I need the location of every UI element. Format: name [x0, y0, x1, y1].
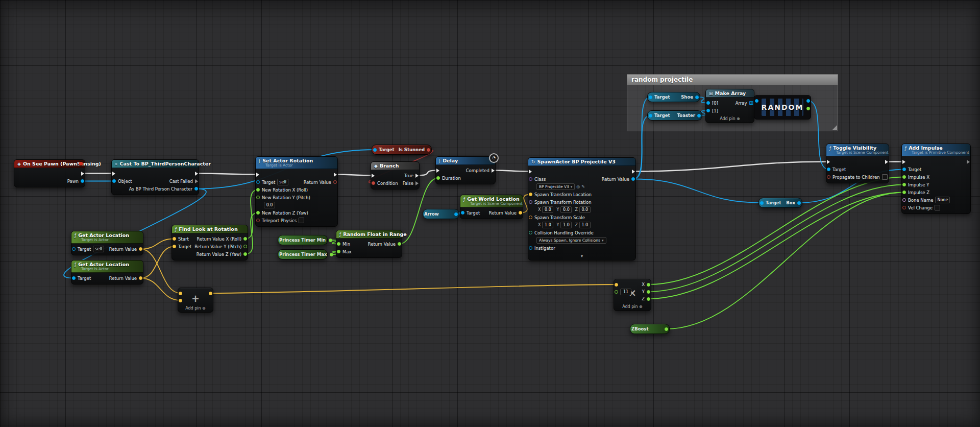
- picker-icon[interactable]: ✎: [581, 184, 585, 189]
- add-impulse-node[interactable]: ƒAdd ImpulseTarget is Primitive Componen…: [901, 144, 971, 214]
- pin-true-out[interactable]: [415, 174, 419, 178]
- pin-new-rotation-x-roll-in[interactable]: [256, 188, 260, 192]
- pin-exec-out[interactable]: [195, 172, 198, 176]
- pin-spawn-transform-rotation-in[interactable]: [529, 200, 532, 204]
- pin-shoe-out[interactable]: [695, 96, 699, 99]
- pin-exec-in[interactable]: [827, 160, 830, 164]
- pin-toaster-out[interactable]: [697, 114, 701, 117]
- pin-target-in[interactable]: [649, 96, 652, 99]
- get-world-location-node[interactable]: ƒGet World LocationTarget is Scene Compo…: [460, 195, 523, 219]
- pin-false-out[interactable]: [415, 181, 419, 185]
- pin-teleport-physics-in[interactable]: [256, 219, 260, 222]
- toaster-var-node[interactable]: TargetToaster: [647, 110, 702, 121]
- pin-target-in[interactable]: [173, 245, 176, 248]
- add-pin-button[interactable]: ▾: [528, 254, 635, 260]
- pin-exec-in[interactable]: [436, 169, 439, 173]
- random-macro-node[interactable]: RANDOM: [754, 95, 811, 120]
- pin-propagate-to-children-in[interactable]: [827, 175, 830, 179]
- pin-duration-in[interactable]: [436, 176, 440, 180]
- value-box[interactable]: 0.0: [264, 202, 275, 208]
- pin-y-out[interactable]: [647, 290, 650, 294]
- pin-condition-in[interactable]: [372, 181, 375, 185]
- add-pin-button[interactable]: Add pin ⊕: [706, 116, 754, 123]
- random-float-in-range-node[interactable]: ƒRandom Float in RangeMinReturn ValueMax: [336, 230, 402, 258]
- make-array-node[interactable]: ⊞Make Array[0]Array⊞[1]Add pin ⊕: [705, 89, 754, 123]
- comment-title[interactable]: random projectile: [627, 75, 838, 85]
- comment-resize-handle[interactable]: [832, 125, 837, 130]
- shoe-var-node[interactable]: TargetShoe: [647, 92, 700, 102]
- multiply-node[interactable]: ×X11YZAdd pin ⊕: [614, 279, 651, 311]
- checkbox[interactable]: [299, 218, 304, 223]
- princess-timer-min-node[interactable]: Princess Timer Min: [278, 235, 328, 245]
- pin-exec-out[interactable]: [967, 160, 970, 164]
- pin-new-rotation-z-yaw-in[interactable]: [256, 211, 260, 215]
- pin-vec-out[interactable]: [209, 292, 212, 295]
- pin-target-in[interactable]: [373, 148, 377, 152]
- pin-target-in[interactable]: [760, 201, 764, 205]
- pin-max-in[interactable]: [337, 250, 340, 253]
- pin-exec-in[interactable]: [112, 172, 115, 176]
- dropdown[interactable]: Always Spawn, Ignore Collisions▾: [536, 237, 606, 244]
- toggle-visibility-node[interactable]: ƒToggle VisibilityTarget is Scene Compon…: [826, 144, 889, 183]
- pin-exec-in[interactable]: [529, 170, 532, 174]
- pin-completed-out[interactable]: [492, 169, 495, 173]
- pin-x-out[interactable]: [647, 283, 650, 287]
- add-pin-button[interactable]: Add pin ⊕: [178, 306, 213, 312]
- pin-vel-change-in[interactable]: [902, 206, 906, 209]
- pin-return-value-out[interactable]: [139, 276, 142, 280]
- pin-float-out[interactable]: [665, 327, 668, 331]
- pin-float-out[interactable]: [329, 239, 332, 242]
- pin-target-in[interactable]: [827, 168, 830, 171]
- pin-obj-out[interactable]: [806, 99, 810, 103]
- pin-exec-out[interactable]: [81, 172, 84, 176]
- pin-float-in[interactable]: [615, 290, 618, 294]
- zboost-var-node[interactable]: ZBoost: [630, 324, 670, 334]
- value-box[interactable]: 1.0: [542, 222, 553, 228]
- is-stunned-node[interactable]: TargetIs Stunned: [372, 145, 432, 155]
- spawn-actor-node[interactable]: ↻SpawnActor BP Projectile V3ClassReturn …: [528, 157, 636, 260]
- pin-spawn-transform-location-in[interactable]: [529, 193, 532, 196]
- branch-node[interactable]: ◆BranchTrueConditionFalse: [371, 161, 420, 189]
- value-box[interactable]: 1.0: [579, 222, 591, 228]
- pin-exec-out[interactable]: [885, 160, 888, 164]
- pin-collision-handling-override-in[interactable]: [529, 231, 532, 234]
- pin-instigator-in[interactable]: [529, 246, 532, 250]
- pin-target-in[interactable]: [72, 276, 76, 280]
- pin-return-value-y-pitch-out[interactable]: [243, 245, 247, 248]
- pin-return-value-x-roll-out[interactable]: [243, 237, 247, 241]
- find-look-at-rotation-node[interactable]: ƒFind Look at RotationStartReturn Value …: [172, 225, 248, 260]
- princess-timer-max-node[interactable]: Princess Timer Max: [278, 249, 328, 259]
- pin-vec-in[interactable]: [615, 283, 618, 287]
- pin-as-bp-third-person-character-out[interactable]: [194, 187, 198, 191]
- pin-impulse-x-in[interactable]: [902, 175, 906, 179]
- value-box[interactable]: 0.0: [579, 206, 591, 213]
- pin-target-in[interactable]: [461, 211, 464, 215]
- pin-spawn-transform-scale-in[interactable]: [529, 216, 532, 219]
- pin-target-in[interactable]: [256, 180, 260, 184]
- pin-obj-out[interactable]: [454, 212, 458, 216]
- pin-return-value-out[interactable]: [139, 247, 142, 251]
- arrow-var-node[interactable]: Arrow: [423, 209, 459, 219]
- delay-node[interactable]: ƒDelayCompletedDuration◔: [435, 156, 496, 184]
- add-pin-button[interactable]: Add pin ⊕: [614, 304, 651, 311]
- pin-return-value-out[interactable]: [333, 180, 337, 184]
- get-actor-location-2[interactable]: ƒGet Actor LocationTarget is ActorTarget…: [71, 260, 143, 284]
- value-box[interactable]: self: [93, 246, 104, 252]
- checkbox[interactable]: [935, 205, 940, 210]
- value-box[interactable]: 0.0: [542, 206, 553, 213]
- cast-node[interactable]: »Cast To BP_ThirdPersonCharacterObjectCa…: [111, 159, 199, 195]
- pin-array-out[interactable]: ⊞: [749, 101, 753, 105]
- pin-new-rotation-y-pitch-in[interactable]: [256, 196, 260, 199]
- picker-icon[interactable]: ◎: [576, 184, 580, 189]
- pin-pawn-out[interactable]: [81, 179, 84, 183]
- checkbox[interactable]: [882, 174, 888, 180]
- pin-float-out[interactable]: [806, 107, 810, 110]
- pin-return-value-out[interactable]: [398, 242, 401, 246]
- pin-z-out[interactable]: [647, 297, 650, 301]
- on-see-pawn-node[interactable]: ◈On See Pawn (PawnSensing)Pawn: [14, 159, 85, 187]
- pin-float-out[interactable]: [330, 253, 333, 256]
- pin-impulse-z-in[interactable]: [902, 191, 906, 194]
- pin-exec-in[interactable]: [372, 174, 375, 178]
- pin-return-value-z-yaw-out[interactable]: [243, 252, 247, 256]
- pin-target-in[interactable]: [902, 168, 906, 171]
